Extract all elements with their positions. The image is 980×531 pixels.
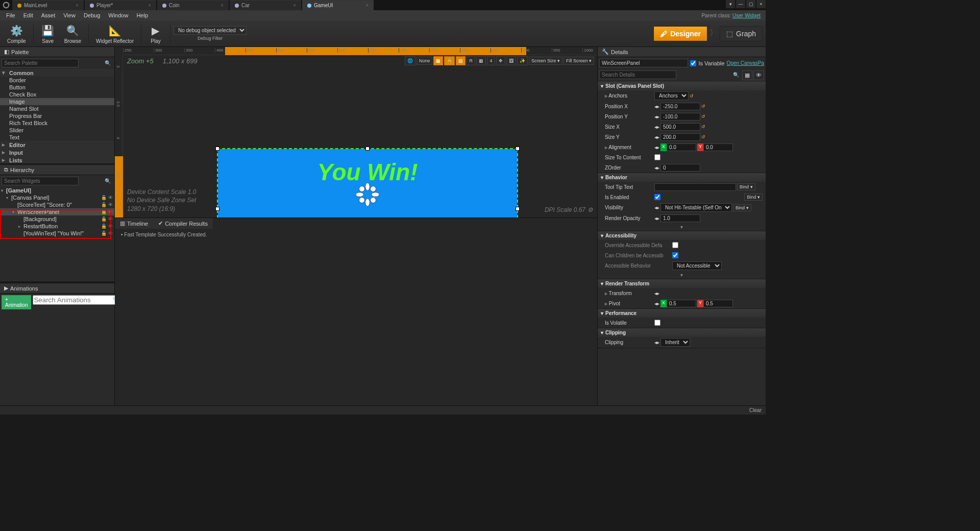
override-accessible-checkbox[interactable] (672, 242, 678, 248)
clipping-combo[interactable]: Inherit (660, 338, 690, 347)
add-animation-button[interactable]: + Animation (2, 295, 31, 309)
menu-debug[interactable]: Debug (80, 11, 104, 19)
layout-toggle[interactable]: ▤ (456, 56, 465, 65)
palette-item-slider[interactable]: Slider (0, 127, 114, 134)
section-clipping[interactable]: ▾Clipping (598, 328, 766, 337)
respect-locks-toggle[interactable]: R (467, 56, 475, 65)
close-icon[interactable]: × (293, 3, 296, 8)
tab-compiler-results[interactable]: ✔Compiler Results (153, 218, 213, 229)
is-volatile-checkbox[interactable] (654, 320, 660, 326)
bind-button[interactable]: Bind ▾ (744, 194, 763, 201)
eye-icon[interactable]: 👁 (107, 209, 113, 214)
hier-background[interactable]: [Background]🔓👁 (0, 215, 114, 223)
play-button[interactable]: ▶Play (144, 22, 167, 45)
menu-asset[interactable]: Asset (37, 11, 60, 19)
lock-icon[interactable]: 🔓 (101, 202, 107, 207)
menu-window[interactable]: Window (104, 11, 132, 19)
expand-arrow-icon[interactable]: ▾ (598, 223, 766, 231)
palette-cat-lists[interactable]: ▸Lists (0, 156, 114, 163)
animations-panel-tab[interactable]: ▶Animations (0, 283, 114, 294)
fx-toggle[interactable]: ✨ (517, 56, 528, 65)
reset-icon[interactable]: ↺ (701, 114, 707, 119)
spinner-icon[interactable]: ◂▸ (654, 104, 659, 109)
fill-screen-combo[interactable]: Fill Screen ▾ (564, 57, 594, 65)
expand-arrow-icon[interactable]: ▾ (598, 271, 766, 279)
palette-cat-input[interactable]: ▸Input (0, 149, 114, 156)
palette-item-progressbar[interactable]: Progress Bar (0, 112, 114, 119)
designer-canvas[interactable]: 2503003504004505005506006507007508008509… (115, 47, 597, 218)
dropdown-icon[interactable]: ▾ (726, 0, 735, 8)
hier-scoretext[interactable]: [ScoreText] "Score: 0"🔓👁 (0, 201, 114, 208)
eye-icon[interactable]: 👁 (107, 202, 113, 207)
spinner-icon[interactable]: ◂▸ (654, 301, 659, 306)
menu-edit[interactable]: Edit (19, 11, 37, 19)
pivot-x-input[interactable] (667, 300, 696, 307)
palette-item-richtext[interactable]: Rich Text Block (0, 119, 114, 127)
position-x-input[interactable] (660, 103, 700, 110)
lock-toggle[interactable]: 🔒 (444, 56, 455, 65)
pic-toggle[interactable]: 🖼 (506, 56, 516, 65)
lock-icon[interactable]: 🔓 (101, 216, 107, 222)
can-children-accessible-checkbox[interactable] (672, 252, 678, 258)
tab-timeline[interactable]: ▥Timeline (115, 218, 153, 229)
spinner-icon[interactable]: ◂▸ (654, 124, 659, 130)
close-icon[interactable]: × (220, 3, 224, 8)
is-variable-checkbox[interactable] (690, 60, 696, 66)
size-y-input[interactable] (660, 133, 700, 141)
open-canvas-link[interactable]: Open CanvasPa (727, 60, 764, 66)
lock-icon[interactable]: 🔓 (101, 224, 107, 229)
widget-name-input[interactable] (599, 59, 688, 67)
render-opacity-input[interactable] (660, 214, 700, 222)
reset-icon[interactable]: ↺ (701, 124, 707, 129)
spinner-icon[interactable]: ◂▸ (654, 291, 659, 296)
palette-item-checkbox[interactable]: Check Box (0, 91, 114, 98)
lock-icon[interactable]: 🔓 (101, 231, 107, 236)
palette-cat-common[interactable]: ▾Common (0, 69, 114, 77)
menu-file[interactable]: File (2, 11, 19, 19)
hier-root[interactable]: ▾[GameUI] (0, 187, 114, 194)
clear-button[interactable]: Clear (749, 407, 762, 413)
palette-item-text[interactable]: Text (0, 134, 114, 141)
hierarchy-panel-tab[interactable]: ⧉Hierarchy (0, 165, 114, 175)
gear-icon[interactable]: ⚙ (587, 206, 593, 213)
localize-button[interactable]: 🌐 (405, 56, 415, 65)
menu-help[interactable]: Help (132, 11, 152, 19)
eye-icon[interactable]: 👁 (107, 195, 113, 200)
minimize-icon[interactable]: — (736, 0, 745, 8)
debug-object-selector[interactable]: No debug object selected Debug Filter (174, 26, 247, 41)
palette-item-image[interactable]: Image (0, 98, 114, 105)
reset-icon[interactable]: ↺ (701, 134, 707, 139)
hier-canvas[interactable]: ▾[Canvas Panel]🔓👁 (0, 194, 114, 201)
close-window-icon[interactable]: × (756, 0, 766, 8)
section-behavior[interactable]: ▾Behavior (598, 173, 766, 182)
hier-youwintext[interactable]: [YouWinText] "You Win!"🔓👁 (0, 230, 114, 237)
eye-icon[interactable]: 👁 (107, 216, 113, 222)
tab-coin[interactable]: Coin× (157, 0, 229, 10)
grid-size[interactable]: 4 (487, 56, 495, 65)
lock-icon[interactable]: 🔓 (101, 209, 107, 214)
reset-icon[interactable]: ↺ (701, 104, 707, 109)
details-matrix-icon[interactable]: ▦ (742, 70, 752, 80)
size-to-content-checkbox[interactable] (654, 154, 660, 160)
section-slot[interactable]: ▾Slot (Canvas Panel Slot) (598, 82, 766, 90)
animation-search-input[interactable] (33, 295, 121, 305)
grid-toggle[interactable]: ▦ (476, 56, 486, 65)
hierarchy-search-input[interactable] (2, 177, 79, 185)
size-x-input[interactable] (660, 123, 700, 131)
spinner-icon[interactable]: ◂▸ (654, 134, 659, 140)
palette-item-button[interactable]: Button (0, 84, 114, 91)
compile-button[interactable]: ⚙️Compile (3, 22, 30, 45)
close-icon[interactable]: × (148, 3, 151, 8)
details-eye-icon[interactable]: 👁 (753, 70, 764, 80)
palette-cat-editor[interactable]: ▸Editor (0, 141, 114, 149)
tooltip-input[interactable] (654, 183, 736, 191)
tab-player[interactable]: Player*× (85, 0, 156, 10)
zorder-input[interactable] (660, 164, 700, 172)
parent-class-link[interactable]: User Widget (732, 13, 761, 18)
details-panel-tab[interactable]: 🔧Details (598, 47, 766, 57)
browse-button[interactable]: 🔍Browse (60, 22, 85, 45)
snap-toggle[interactable]: ✥ (496, 56, 505, 65)
tab-mainlevel[interactable]: MainLevel× (12, 0, 84, 10)
visibility-combo[interactable]: Not Hit-Testable (Self Only) (660, 203, 732, 212)
bind-button[interactable]: Bind ▾ (733, 204, 751, 211)
